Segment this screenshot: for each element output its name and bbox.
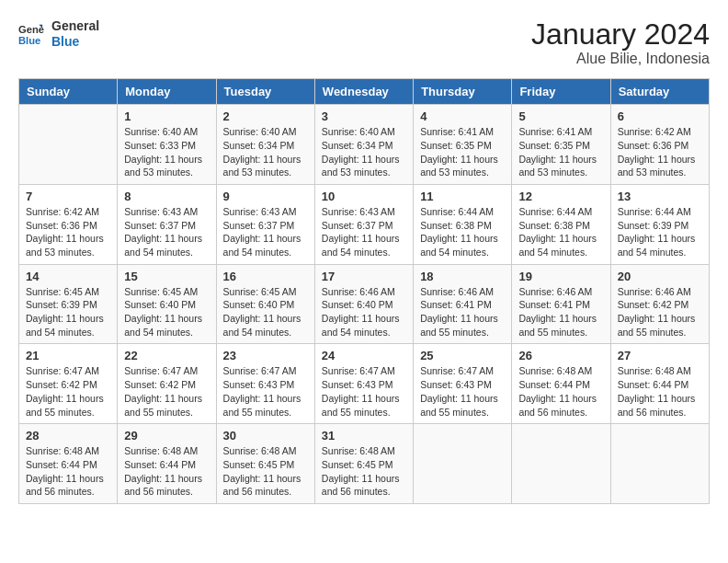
page-header: General Blue General Blue January 2024 A… bbox=[18, 18, 710, 67]
col-header-saturday: Saturday bbox=[610, 79, 709, 105]
day-info: Sunrise: 6:47 AM Sunset: 6:42 PM Dayligh… bbox=[124, 364, 209, 419]
day-number: 23 bbox=[223, 349, 308, 362]
day-cell: 24Sunrise: 6:47 AM Sunset: 6:43 PM Dayli… bbox=[314, 344, 413, 424]
day-number: 6 bbox=[618, 109, 702, 123]
day-number: 31 bbox=[322, 429, 406, 442]
day-number: 1 bbox=[124, 109, 209, 123]
day-info: Sunrise: 6:47 AM Sunset: 6:43 PM Dayligh… bbox=[420, 364, 505, 419]
day-cell: 18Sunrise: 6:46 AM Sunset: 6:41 PM Dayli… bbox=[414, 264, 512, 344]
day-info: Sunrise: 6:43 AM Sunset: 6:37 PM Dayligh… bbox=[223, 205, 308, 259]
day-number: 28 bbox=[26, 429, 110, 442]
day-cell: 22Sunrise: 6:47 AM Sunset: 6:42 PM Dayli… bbox=[118, 344, 216, 424]
day-cell bbox=[610, 424, 709, 504]
col-header-friday: Friday bbox=[512, 79, 610, 105]
day-info: Sunrise: 6:48 AM Sunset: 6:44 PM Dayligh… bbox=[26, 444, 110, 499]
day-info: Sunrise: 6:48 AM Sunset: 6:45 PM Dayligh… bbox=[322, 444, 406, 499]
calendar-table: SundayMondayTuesdayWednesdayThursdayFrid… bbox=[18, 78, 710, 504]
day-info: Sunrise: 6:47 AM Sunset: 6:43 PM Dayligh… bbox=[223, 364, 308, 419]
week-row-5: 28Sunrise: 6:48 AM Sunset: 6:44 PM Dayli… bbox=[19, 424, 710, 504]
month-title: January 2024 bbox=[531, 18, 710, 51]
day-info: Sunrise: 6:46 AM Sunset: 6:42 PM Dayligh… bbox=[618, 285, 702, 339]
week-row-3: 14Sunrise: 6:45 AM Sunset: 6:39 PM Dayli… bbox=[19, 264, 710, 344]
day-info: Sunrise: 6:40 AM Sunset: 6:34 PM Dayligh… bbox=[223, 125, 308, 179]
day-cell: 13Sunrise: 6:44 AM Sunset: 6:39 PM Dayli… bbox=[610, 184, 709, 264]
col-header-wednesday: Wednesday bbox=[314, 79, 413, 105]
day-cell: 1Sunrise: 6:40 AM Sunset: 6:33 PM Daylig… bbox=[118, 105, 216, 185]
day-cell: 28Sunrise: 6:48 AM Sunset: 6:44 PM Dayli… bbox=[19, 424, 118, 504]
day-cell: 11Sunrise: 6:44 AM Sunset: 6:38 PM Dayli… bbox=[414, 184, 512, 264]
day-info: Sunrise: 6:46 AM Sunset: 6:40 PM Dayligh… bbox=[322, 285, 406, 339]
day-info: Sunrise: 6:47 AM Sunset: 6:42 PM Dayligh… bbox=[26, 364, 110, 419]
col-header-thursday: Thursday bbox=[414, 79, 512, 105]
day-number: 22 bbox=[124, 349, 209, 362]
day-info: Sunrise: 6:44 AM Sunset: 6:39 PM Dayligh… bbox=[618, 205, 702, 259]
day-info: Sunrise: 6:44 AM Sunset: 6:38 PM Dayligh… bbox=[518, 205, 603, 259]
day-info: Sunrise: 6:46 AM Sunset: 6:41 PM Dayligh… bbox=[420, 285, 505, 339]
day-info: Sunrise: 6:46 AM Sunset: 6:41 PM Dayligh… bbox=[518, 285, 603, 339]
day-number: 27 bbox=[618, 349, 702, 362]
day-info: Sunrise: 6:44 AM Sunset: 6:38 PM Dayligh… bbox=[420, 205, 505, 259]
header-row: SundayMondayTuesdayWednesdayThursdayFrid… bbox=[19, 79, 710, 105]
day-cell: 3Sunrise: 6:40 AM Sunset: 6:34 PM Daylig… bbox=[314, 105, 413, 185]
day-cell: 25Sunrise: 6:47 AM Sunset: 6:43 PM Dayli… bbox=[414, 344, 512, 424]
day-info: Sunrise: 6:41 AM Sunset: 6:35 PM Dayligh… bbox=[420, 125, 505, 179]
col-header-tuesday: Tuesday bbox=[216, 79, 314, 105]
day-number: 29 bbox=[124, 429, 209, 442]
day-info: Sunrise: 6:43 AM Sunset: 6:37 PM Dayligh… bbox=[124, 205, 209, 259]
day-cell: 23Sunrise: 6:47 AM Sunset: 6:43 PM Dayli… bbox=[216, 344, 314, 424]
day-number: 20 bbox=[618, 270, 702, 283]
day-info: Sunrise: 6:41 AM Sunset: 6:35 PM Dayligh… bbox=[518, 125, 603, 179]
day-number: 14 bbox=[26, 270, 110, 283]
day-cell bbox=[19, 105, 118, 185]
day-number: 21 bbox=[26, 349, 110, 362]
day-number: 19 bbox=[518, 270, 603, 283]
day-cell: 5Sunrise: 6:41 AM Sunset: 6:35 PM Daylig… bbox=[512, 105, 610, 185]
day-number: 5 bbox=[518, 109, 603, 123]
day-cell: 15Sunrise: 6:45 AM Sunset: 6:40 PM Dayli… bbox=[118, 264, 216, 344]
logo-general: General bbox=[51, 18, 99, 34]
day-number: 7 bbox=[26, 190, 110, 203]
day-number: 15 bbox=[124, 270, 209, 283]
day-number: 16 bbox=[223, 270, 308, 283]
day-info: Sunrise: 6:45 AM Sunset: 6:40 PM Dayligh… bbox=[223, 285, 308, 339]
day-number: 13 bbox=[618, 190, 702, 203]
day-number: 24 bbox=[322, 349, 406, 362]
day-cell bbox=[414, 424, 512, 504]
week-row-2: 7Sunrise: 6:42 AM Sunset: 6:36 PM Daylig… bbox=[19, 184, 710, 264]
day-cell: 10Sunrise: 6:43 AM Sunset: 6:37 PM Dayli… bbox=[314, 184, 413, 264]
day-number: 2 bbox=[223, 109, 308, 123]
day-cell: 12Sunrise: 6:44 AM Sunset: 6:38 PM Dayli… bbox=[512, 184, 610, 264]
day-cell: 31Sunrise: 6:48 AM Sunset: 6:45 PM Dayli… bbox=[314, 424, 413, 504]
day-info: Sunrise: 6:42 AM Sunset: 6:36 PM Dayligh… bbox=[618, 125, 702, 179]
logo: General Blue General Blue bbox=[18, 18, 99, 50]
day-cell: 14Sunrise: 6:45 AM Sunset: 6:39 PM Dayli… bbox=[19, 264, 118, 344]
day-cell: 9Sunrise: 6:43 AM Sunset: 6:37 PM Daylig… bbox=[216, 184, 314, 264]
day-number: 30 bbox=[223, 429, 308, 442]
day-info: Sunrise: 6:45 AM Sunset: 6:40 PM Dayligh… bbox=[124, 285, 209, 339]
day-info: Sunrise: 6:40 AM Sunset: 6:33 PM Dayligh… bbox=[124, 125, 209, 179]
day-number: 18 bbox=[420, 270, 505, 283]
week-row-1: 1Sunrise: 6:40 AM Sunset: 6:33 PM Daylig… bbox=[19, 105, 710, 185]
title-block: January 2024 Alue Bilie, Indonesia bbox=[531, 18, 710, 67]
day-cell: 20Sunrise: 6:46 AM Sunset: 6:42 PM Dayli… bbox=[610, 264, 709, 344]
day-cell: 17Sunrise: 6:46 AM Sunset: 6:40 PM Dayli… bbox=[314, 264, 413, 344]
day-info: Sunrise: 6:43 AM Sunset: 6:37 PM Dayligh… bbox=[322, 205, 406, 259]
day-cell bbox=[512, 424, 610, 504]
day-number: 4 bbox=[420, 109, 505, 123]
day-number: 11 bbox=[420, 190, 505, 203]
day-info: Sunrise: 6:48 AM Sunset: 6:44 PM Dayligh… bbox=[618, 364, 702, 419]
day-cell: 16Sunrise: 6:45 AM Sunset: 6:40 PM Dayli… bbox=[216, 264, 314, 344]
day-number: 3 bbox=[322, 109, 406, 123]
col-header-sunday: Sunday bbox=[19, 79, 118, 105]
day-cell: 4Sunrise: 6:41 AM Sunset: 6:35 PM Daylig… bbox=[414, 105, 512, 185]
day-info: Sunrise: 6:48 AM Sunset: 6:45 PM Dayligh… bbox=[223, 444, 308, 499]
day-number: 9 bbox=[223, 190, 308, 203]
day-cell: 30Sunrise: 6:48 AM Sunset: 6:45 PM Dayli… bbox=[216, 424, 314, 504]
day-number: 25 bbox=[420, 349, 505, 362]
day-cell: 7Sunrise: 6:42 AM Sunset: 6:36 PM Daylig… bbox=[19, 184, 118, 264]
day-cell: 2Sunrise: 6:40 AM Sunset: 6:34 PM Daylig… bbox=[216, 105, 314, 185]
logo-icon: General Blue bbox=[18, 21, 44, 47]
day-cell: 21Sunrise: 6:47 AM Sunset: 6:42 PM Dayli… bbox=[19, 344, 118, 424]
col-header-monday: Monday bbox=[118, 79, 216, 105]
day-cell: 29Sunrise: 6:48 AM Sunset: 6:44 PM Dayli… bbox=[118, 424, 216, 504]
